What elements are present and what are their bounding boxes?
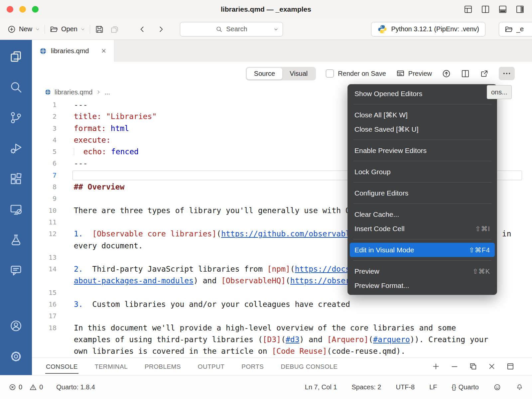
source-control-icon[interactable]	[0, 102, 32, 133]
search-dropdown-icon[interactable]	[273, 27, 279, 32]
cursor-position-status[interactable]: Ln 7, Col 1	[305, 383, 337, 391]
code-row[interactable]: 18In this document we'll provide a high-…	[32, 322, 532, 334]
code-token: (	[290, 265, 295, 273]
new-button[interactable]: New	[7, 25, 40, 34]
search-icon[interactable]	[0, 72, 32, 102]
close-tab-icon[interactable]	[101, 48, 107, 54]
activity-bar-bottom	[0, 311, 32, 372]
line-number: 1	[32, 99, 57, 111]
save-all-icon[interactable]	[110, 25, 119, 34]
panel-tab-ports[interactable]: PORTS	[241, 359, 264, 374]
panel-tab-console[interactable]: CONSOLE	[45, 359, 78, 374]
code-token: (	[286, 276, 290, 285]
interpreter-selector[interactable]: Python 3.12.1 (PipEnv: .venv)	[371, 22, 485, 37]
code-token: ) and	[194, 276, 221, 285]
quarto-version-status[interactable]: Quarto: 1.8.4	[56, 383, 95, 391]
panel-tab-output[interactable]: OUTPUT	[197, 359, 225, 374]
forward-button[interactable]	[157, 25, 165, 34]
search-input[interactable]: Search	[180, 22, 283, 37]
close-panel-icon[interactable]	[487, 362, 496, 371]
menu-item-lock-group[interactable]: Lock Group	[350, 165, 495, 179]
new-console-plus-icon[interactable]	[432, 362, 440, 371]
menu-item-label: Enable Preview Editors	[354, 147, 427, 155]
menu-item-insert-code-cell[interactable]: Insert Code Cell⇧⌘I	[350, 221, 495, 236]
code-token: (	[368, 335, 373, 344]
open-button[interactable]: Open	[50, 25, 85, 34]
indentation-status[interactable]: Spaces: 2	[352, 383, 381, 391]
preview-button[interactable]: Preview	[396, 69, 432, 78]
toggle-secondary-sidebar-icon[interactable]	[515, 5, 525, 14]
notifications-bell-icon[interactable]	[516, 383, 523, 391]
chevron-right-icon	[96, 89, 101, 95]
settings-icon[interactable]	[0, 341, 32, 372]
menu-item-enable-preview-editors[interactable]: Enable Preview Editors	[350, 143, 495, 158]
traffic-lights	[7, 0, 39, 19]
toggle-panel-icon[interactable]	[498, 5, 507, 14]
code-row[interactable]: 163. Custom libraries you and/or your co…	[32, 299, 532, 310]
problems-status[interactable]: 0 0	[9, 383, 43, 391]
code-token	[74, 147, 83, 156]
more-actions-button[interactable]	[499, 67, 515, 80]
extensions-icon[interactable]	[0, 164, 32, 194]
render-on-save-checkbox[interactable]	[326, 69, 334, 77]
menu-item-close-saved-k-u[interactable]: Close Saved [⌘K U]	[350, 122, 495, 136]
account-icon[interactable]	[0, 311, 32, 341]
menu-item-preview[interactable]: Preview⇧⌘K	[350, 264, 495, 278]
code-row[interactable]: 17	[32, 310, 532, 322]
menu-item-show-opened-editors[interactable]: Show Opened Editors	[350, 86, 495, 101]
testing-icon[interactable]	[0, 225, 32, 255]
split-editor-icon[interactable]	[481, 5, 490, 14]
save-icon[interactable]	[95, 25, 104, 34]
customize-layout-icon[interactable]	[464, 5, 473, 14]
search-placeholder: Search	[226, 25, 247, 33]
close-window-button[interactable]	[7, 6, 13, 13]
eol-status[interactable]: LF	[429, 383, 437, 391]
minimize-window-button[interactable]	[19, 6, 26, 13]
menu-separator	[353, 161, 491, 161]
back-button[interactable]	[138, 25, 147, 34]
remote-explorer-icon[interactable]	[0, 194, 32, 225]
source-mode-button[interactable]: Source	[247, 68, 282, 79]
chat-icon[interactable]	[0, 255, 32, 286]
chevron-down-icon	[35, 27, 40, 32]
chevron-down-icon	[80, 27, 85, 32]
panel-tab-debug-console[interactable]: DEBUG CONSOLE	[280, 359, 338, 374]
code-token: Third-party JavaScript libraries from	[83, 265, 267, 273]
language-mode-status[interactable]: {} Quarto	[452, 383, 479, 391]
menu-item-edit-in-visual-mode[interactable]: Edit in Visual Mode⇧⌘F4	[350, 243, 495, 257]
code-token: echo:	[83, 147, 106, 156]
history-nav	[138, 25, 165, 34]
app-window: libraries.qmd — _examples New Open	[0, 0, 532, 399]
publish-icon[interactable]	[442, 69, 451, 78]
code-token: ---	[74, 159, 88, 168]
panel-tab-problems[interactable]: PROBLEMS	[144, 359, 182, 374]
split-editor-icon[interactable]	[461, 69, 470, 78]
workspace-button[interactable]: _e	[499, 22, 532, 37]
maximize-panel-icon[interactable]	[506, 362, 515, 371]
visual-mode-button[interactable]: Visual	[282, 68, 315, 79]
breadcrumb-file[interactable]: libraries.qmd	[55, 88, 92, 96]
menu-item-clear-cache[interactable]: Clear Cache...	[350, 207, 495, 221]
code-token: every document.	[74, 241, 143, 250]
folder-icon	[504, 25, 513, 34]
encoding-status[interactable]: UTF-8	[396, 383, 415, 391]
minimize-panel-icon[interactable]	[450, 362, 459, 371]
line-number: 16	[32, 299, 57, 310]
feedback-smiley-icon[interactable]	[493, 383, 501, 391]
open-in-new-window-icon[interactable]	[480, 69, 489, 78]
code-row[interactable]: own libraries is covered in the article …	[32, 345, 532, 357]
menu-item-close-all-k-w[interactable]: Close All [⌘K W]	[350, 108, 495, 122]
panel-tab-terminal[interactable]: TERMINAL	[94, 359, 128, 374]
restore-panel-icon[interactable]	[469, 362, 477, 371]
status-bar: 0 0 Quarto: 1.8.4 Ln 7, Col 1 Spaces: 2 …	[0, 375, 532, 399]
menu-item-preview-format[interactable]: Preview Format...	[350, 278, 495, 293]
menu-item-configure-editors[interactable]: Configure Editors	[350, 186, 495, 200]
code-line: 3. Custom libraries you and/or your coll…	[57, 299, 532, 310]
explorer-icon[interactable]	[0, 41, 32, 72]
run-debug-icon[interactable]	[0, 133, 32, 164]
tab-libraries-qmd[interactable]: libraries.qmd	[32, 40, 114, 62]
code-row[interactable]: examples of using third-party libraries …	[32, 334, 532, 345]
breadcrumb-ellipsis[interactable]: ...	[104, 88, 110, 96]
menu-item-label: Close All [⌘K W]	[354, 111, 408, 119]
zoom-window-button[interactable]	[32, 6, 39, 13]
